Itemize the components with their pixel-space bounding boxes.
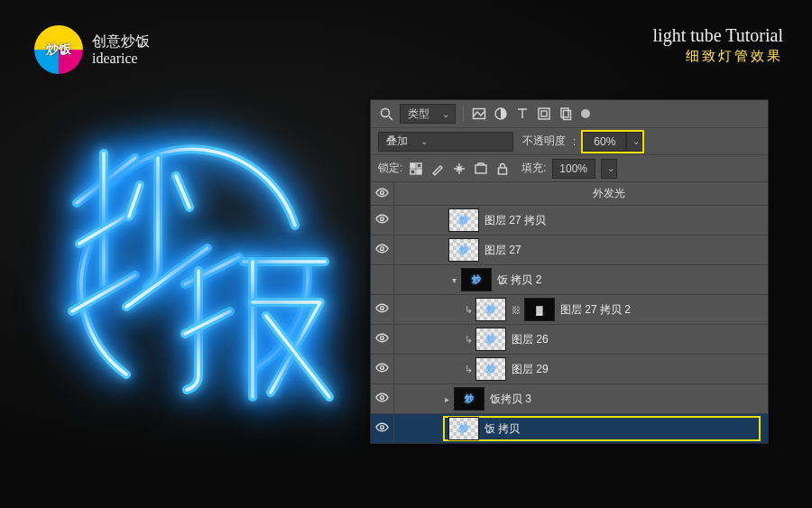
lock-position-icon[interactable] [451, 161, 467, 177]
layer-visibility-toggle[interactable] [371, 265, 394, 294]
svg-point-16 [381, 247, 384, 251]
layer-visibility-toggle[interactable] [371, 384, 394, 413]
shape-filter-icon[interactable] [536, 106, 552, 122]
svg-rect-11 [417, 170, 421, 174]
layer-visibility-toggle[interactable] [371, 206, 394, 235]
chevron-down-icon: ⌄ [442, 109, 449, 119]
brand-en: idearice [92, 50, 150, 67]
opacity-label: 不透明度 [522, 134, 566, 149]
layer-row[interactable]: 炒图层 27 [371, 235, 768, 264]
layer-visibility-toggle[interactable] [371, 236, 394, 264]
brand-cn: 创意炒饭 [92, 32, 150, 50]
lock-artboard-icon[interactable] [473, 161, 489, 177]
layer-name[interactable]: 图层 27 [484, 243, 521, 258]
layer-name[interactable]: 图层 27 拷贝 2 [560, 302, 631, 318]
filter-type-dropdown[interactable]: 类型 ⌄ [400, 104, 456, 124]
tutorial-title-en: light tube Tutorial [653, 25, 783, 46]
opacity-stepper[interactable]: ⌄ [626, 132, 642, 152]
layer-visibility-toggle[interactable] [371, 414, 394, 443]
search-icon [378, 106, 394, 122]
disclosure-icon[interactable]: ▾ [448, 275, 459, 285]
layers-panel: 类型 ⌄ 叠加 ⌄ 不透明度 : 60% ⌄ 锁定: 填充: 100% ⌄ [370, 99, 769, 444]
smartobj-filter-icon[interactable] [558, 106, 574, 122]
blend-mode-value: 叠加 [386, 134, 408, 149]
layer-thumbnail[interactable]: 炒 [454, 387, 484, 411]
chevron-down-icon: ⌄ [420, 136, 428, 146]
lock-pixels-icon[interactable] [429, 161, 446, 177]
layer-row[interactable]: ↳炒图层 29 [371, 354, 768, 383]
svg-rect-5 [541, 111, 547, 116]
clipping-indicator-icon: ↳ [465, 364, 474, 375]
blend-mode-dropdown[interactable]: 叠加 ⌄ [378, 132, 513, 152]
filter-type-label: 类型 [408, 106, 429, 122]
layer-thumbnail[interactable]: 炒 [448, 238, 479, 262]
layer-thumbnail[interactable]: 炒 [475, 357, 506, 381]
lock-fill-row: 锁定: 填充: 100% ⌄ [371, 154, 768, 181]
svg-rect-6 [561, 108, 568, 117]
svg-rect-7 [564, 111, 571, 120]
layer-name[interactable]: 饭拷贝 3 [490, 392, 531, 407]
svg-line-1 [389, 116, 392, 120]
link-icon[interactable]: ⛓ [512, 305, 521, 315]
svg-point-14 [381, 190, 384, 194]
layer-visibility-toggle[interactable] [371, 295, 394, 324]
layer-thumbnail[interactable]: 炒 [461, 268, 492, 291]
layer-thumbnail[interactable]: 炒 [448, 417, 479, 440]
layer-effect-name: 外发光 [593, 186, 625, 201]
svg-point-15 [381, 217, 384, 221]
svg-rect-8 [411, 163, 415, 168]
neon-artwork [50, 126, 338, 406]
fill-value[interactable]: 100% [552, 159, 595, 179]
svg-rect-13 [499, 168, 507, 174]
layer-thumbnail[interactable]: 炒 [475, 298, 506, 321]
layer-name[interactable]: 图层 29 [512, 362, 549, 377]
svg-point-0 [382, 109, 390, 117]
layer-row[interactable]: ↳炒⛓▓图层 27 拷贝 2 [371, 294, 768, 324]
tutorial-title-cn: 细致灯管效果 [653, 48, 783, 65]
layer-row[interactable]: ▸炒饭拷贝 3 [371, 383, 768, 413]
layer-effect-row: 外发光 [371, 181, 768, 205]
brand-logo [34, 25, 83, 74]
layer-list: 炒图层 27 拷贝炒图层 27▾炒饭 拷贝 2↳炒⛓▓图层 27 拷贝 2↳炒图… [371, 205, 768, 443]
layer-row[interactable]: 炒饭 拷贝 [371, 413, 768, 443]
layer-name[interactable]: 饭 拷贝 2 [497, 272, 541, 288]
pixel-filter-icon[interactable] [471, 106, 487, 122]
layer-name[interactable]: 图层 26 [512, 332, 549, 347]
svg-rect-9 [417, 163, 421, 168]
clipping-indicator-icon: ↳ [465, 304, 474, 316]
svg-point-19 [381, 366, 384, 370]
layer-name[interactable]: 饭 拷贝 [484, 421, 520, 437]
effect-visibility-toggle[interactable] [371, 182, 394, 205]
svg-rect-12 [475, 165, 486, 173]
layer-row[interactable]: ↳炒图层 26 [371, 324, 768, 354]
svg-point-21 [381, 426, 384, 429]
disclosure-icon[interactable]: ▸ [441, 394, 452, 404]
layer-row[interactable]: ▾炒饭 拷贝 2 [371, 264, 768, 294]
type-filter-icon[interactable] [514, 106, 531, 122]
layer-name[interactable]: 图层 27 拷贝 [484, 213, 546, 228]
svg-rect-10 [411, 170, 415, 174]
svg-rect-4 [539, 108, 549, 119]
layer-visibility-toggle[interactable] [371, 325, 394, 354]
adjustment-filter-icon[interactable] [493, 106, 509, 122]
clipping-indicator-icon: ↳ [465, 334, 474, 346]
fill-stepper[interactable]: ⌄ [601, 159, 617, 179]
layer-mask-thumbnail[interactable]: ▓ [524, 298, 555, 321]
layer-filter-row: 类型 ⌄ [371, 100, 768, 127]
svg-point-18 [381, 337, 384, 340]
svg-point-20 [381, 396, 384, 400]
lock-all-icon[interactable] [494, 161, 511, 177]
opacity-control[interactable]: 60% ⌄ [581, 130, 644, 153]
layer-visibility-toggle[interactable] [371, 355, 394, 383]
lock-transparency-icon[interactable] [408, 161, 424, 177]
blend-opacity-row: 叠加 ⌄ 不透明度 : 60% ⌄ [371, 127, 768, 154]
lock-label: 锁定: [378, 161, 402, 176]
layer-thumbnail[interactable]: 炒 [475, 328, 506, 351]
svg-point-17 [381, 307, 384, 310]
filter-toggle-icon[interactable] [581, 109, 590, 118]
opacity-value[interactable]: 60% [583, 132, 626, 152]
layer-row[interactable]: 炒图层 27 拷贝 [371, 205, 768, 235]
fill-label: 填充: [521, 161, 546, 176]
brand-text: 创意炒饭 idearice [92, 32, 150, 67]
layer-thumbnail[interactable]: 炒 [448, 208, 479, 232]
